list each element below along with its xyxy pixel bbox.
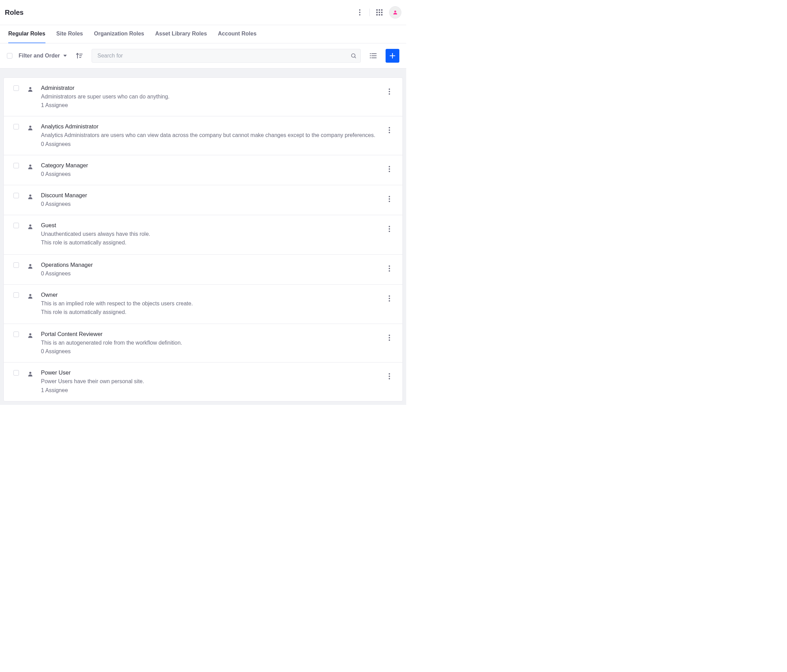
role-extra: This role is automatically assigned. (41, 239, 382, 247)
role-row[interactable]: GuestUnauthenticated users always have t… (4, 215, 403, 254)
row-checkbox-wrap (13, 192, 27, 200)
row-more-button[interactable] (383, 85, 395, 98)
role-description: This is an autogenerated role from the w… (41, 339, 382, 347)
row-checkbox-wrap (13, 331, 27, 338)
role-assignees: 0 Assignees (41, 270, 382, 277)
filter-order-label: Filter and Order (19, 53, 60, 59)
role-row[interactable]: Operations Manager0 Assignees (4, 255, 403, 285)
user-icon (27, 85, 41, 92)
role-body: Power UserPower Users have their own per… (41, 369, 382, 394)
user-icon (27, 222, 41, 229)
role-description: Administrators are super users who can d… (41, 93, 382, 101)
row-more-wrap (382, 262, 396, 275)
row-more-button[interactable] (383, 292, 395, 305)
filter-order-dropdown[interactable]: Filter and Order (19, 53, 67, 59)
sort-button[interactable] (73, 49, 85, 62)
row-more-wrap (382, 292, 396, 305)
svg-point-43 (389, 335, 390, 336)
role-row[interactable]: OwnerThis is an implied role with respec… (4, 285, 403, 324)
search-input[interactable] (92, 49, 361, 63)
svg-point-16 (389, 91, 390, 92)
role-description: Power Users have their own personal site… (41, 377, 382, 385)
page-header: Roles (0, 0, 406, 25)
apps-grid-button[interactable] (373, 6, 386, 19)
svg-point-20 (389, 130, 390, 131)
svg-point-34 (29, 264, 31, 266)
svg-point-33 (389, 231, 390, 232)
select-all-checkbox[interactable] (7, 53, 13, 59)
svg-point-38 (29, 294, 31, 296)
row-checkbox[interactable] (13, 193, 19, 198)
svg-point-44 (389, 337, 390, 338)
row-checkbox[interactable] (13, 262, 19, 268)
search-wrapper (92, 49, 361, 63)
role-name: Guest (41, 222, 382, 229)
role-row[interactable]: Discount Manager0 Assignees (4, 185, 403, 215)
role-row[interactable]: Portal Content ReviewerThis is an autoge… (4, 324, 403, 362)
role-name: Owner (41, 292, 382, 298)
role-body: Analytics AdministratorAnalytics Adminis… (41, 123, 382, 148)
svg-rect-8 (381, 12, 382, 13)
svg-point-49 (389, 378, 390, 379)
role-extra: This role is automatically assigned. (41, 308, 382, 316)
tab-regular-roles[interactable]: Regular Roles (8, 25, 46, 43)
view-list-button[interactable] (367, 49, 379, 62)
row-checkbox[interactable] (13, 292, 19, 298)
row-more-button[interactable] (383, 262, 395, 275)
row-checkbox[interactable] (13, 223, 19, 228)
row-checkbox[interactable] (13, 124, 19, 130)
row-checkbox[interactable] (13, 370, 19, 376)
svg-point-29 (389, 201, 390, 202)
svg-point-41 (389, 300, 390, 302)
user-icon (27, 162, 41, 170)
svg-point-12 (394, 11, 396, 13)
role-row[interactable]: Analytics AdministratorAnalytics Adminis… (4, 116, 403, 155)
role-assignees: 1 Assignee (41, 101, 382, 109)
row-more-button[interactable] (383, 163, 395, 175)
content-area: AdministratorAdministrators are super us… (0, 68, 406, 405)
svg-point-17 (389, 93, 390, 95)
tab-account-roles[interactable]: Account Roles (218, 25, 256, 43)
row-checkbox-wrap (13, 85, 27, 92)
tab-asset-library-roles[interactable]: Asset Library Roles (155, 25, 207, 43)
row-checkbox-wrap (13, 369, 27, 377)
role-name: Power User (41, 369, 382, 376)
role-row[interactable]: AdministratorAdministrators are super us… (4, 78, 403, 116)
row-checkbox-wrap (13, 162, 27, 170)
row-more-button[interactable] (383, 193, 395, 205)
row-more-button[interactable] (383, 370, 395, 383)
row-checkbox[interactable] (13, 163, 19, 168)
header-more-button[interactable] (354, 6, 366, 19)
role-tabs: Regular RolesSite RolesOrganization Role… (0, 25, 406, 43)
user-avatar-button[interactable] (389, 6, 401, 19)
user-icon (27, 192, 41, 200)
role-body: Portal Content ReviewerThis is an autoge… (41, 331, 382, 355)
tab-organization-roles[interactable]: Organization Roles (94, 25, 144, 43)
row-more-button[interactable] (383, 223, 395, 235)
add-role-button[interactable] (386, 49, 399, 63)
row-more-button[interactable] (383, 124, 395, 136)
plus-icon (389, 53, 395, 59)
row-checkbox[interactable] (13, 85, 19, 91)
grid-icon (376, 9, 382, 16)
svg-point-1 (359, 12, 360, 13)
row-checkbox[interactable] (13, 332, 19, 337)
svg-point-2 (359, 14, 360, 16)
row-more-wrap (382, 85, 396, 98)
role-row[interactable]: Category Manager0 Assignees (4, 155, 403, 185)
row-more-wrap (382, 369, 396, 383)
row-more-wrap (382, 123, 396, 136)
tab-site-roles[interactable]: Site Roles (57, 25, 83, 43)
svg-point-26 (29, 194, 31, 196)
role-row[interactable]: Power UserPower Users have their own per… (4, 362, 403, 401)
svg-point-31 (389, 226, 390, 227)
role-name: Category Manager (41, 162, 382, 169)
svg-point-22 (29, 164, 31, 167)
role-body: Operations Manager0 Assignees (41, 262, 382, 277)
role-body: Category Manager0 Assignees (41, 162, 382, 178)
row-more-button[interactable] (383, 332, 395, 344)
svg-rect-4 (379, 9, 380, 11)
role-name: Discount Manager (41, 192, 382, 199)
role-name: Operations Manager (41, 262, 382, 268)
svg-point-18 (29, 126, 31, 128)
